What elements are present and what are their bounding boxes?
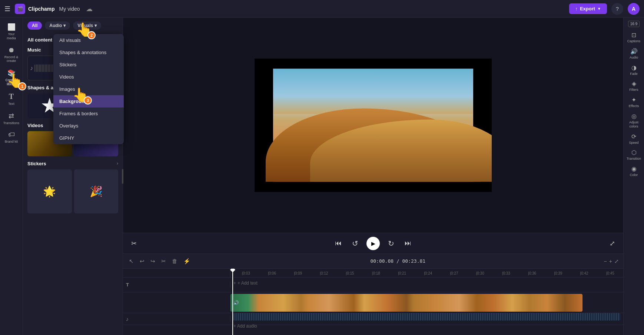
timeline-playhead[interactable] (232, 269, 233, 335)
speed-label: Speed (629, 141, 638, 145)
right-sidebar: 16:9 ⊡ Captions 🔊 Audio ◑ Fade ◈ Filters… (623, 18, 644, 335)
transition-icon: ⬡ (631, 149, 637, 156)
cursor-tool-button[interactable]: ↖ (127, 257, 135, 265)
zoom-fit-button[interactable]: ⤢ (614, 258, 619, 264)
dropdown-item-shapes[interactable]: Shapes & annotations (53, 46, 124, 59)
text-track-icon: T (126, 282, 129, 288)
speed-tool[interactable]: ⟳ Speed (626, 131, 642, 147)
ruler-mark-14: |0:42 (571, 271, 597, 275)
dropdown-item-frames[interactable]: Frames & borders (53, 107, 124, 120)
visuals-filter-button[interactable]: Visuals ▾ (73, 21, 101, 30)
transitions-icon: ⇄ (9, 112, 14, 120)
sticker-thumb-1[interactable]: 🌟 (27, 169, 72, 214)
help-icon: ? (616, 6, 619, 12)
effects-label: Effects (629, 104, 639, 108)
sticker-thumb-2[interactable]: 🎉 (74, 169, 119, 214)
color-label: Color (630, 173, 638, 177)
top-bar: ☰ 🎬 Clipchamp My video ☁ ↑ Export ▼ ? A (0, 0, 644, 18)
crop-tool-button[interactable]: ✂ (129, 238, 139, 249)
video-track-content (230, 292, 623, 313)
top-bar-right: ↑ Export ▼ ? A (569, 3, 640, 15)
stickers-grid: 🌟 🎉 (27, 169, 118, 214)
text-label: Text (8, 102, 14, 106)
dropdown-item-backgrounds[interactable]: Backgrounds (53, 95, 124, 107)
aspect-ratio-selector[interactable]: 16:9 (628, 21, 640, 27)
dropdown-item-images[interactable]: Images (53, 83, 124, 95)
dropdown-item-overlays[interactable]: Overlays (53, 120, 124, 132)
add-text-label: + Add text (238, 281, 258, 286)
zoom-in-button[interactable]: + (609, 258, 612, 264)
play-button[interactable]: ▶ (366, 237, 380, 250)
export-icon: ↑ (575, 6, 578, 11)
filters-tool[interactable]: ◈ Filters (626, 78, 642, 94)
sidebar-item-your-media[interactable]: ⬜ Your media (2, 21, 21, 43)
text-track-content[interactable]: + + Add text (230, 278, 623, 292)
effects-tool[interactable]: ✦ Effects (626, 94, 642, 110)
dropdown-item-all-visuals[interactable]: All visuals (53, 34, 124, 46)
add-text-icon: + (233, 281, 236, 286)
video-frame (255, 59, 492, 192)
forward-icon: ↻ (388, 239, 394, 248)
dropdown-item-giphy[interactable]: GIPHY (53, 132, 124, 144)
ruler-mark-2: |0:06 (259, 271, 285, 275)
visuals-filter-chevron: ▾ (94, 23, 97, 28)
ruler-content: | |0:03 |0:06 |0:09 |0:12 |0:15 |0:18 |0… (230, 269, 623, 277)
sidebar-item-content-library[interactable]: 📚 Content library (2, 67, 21, 89)
avatar-label: A (632, 6, 635, 12)
timeline-time: 00:00.08 / 00:23.81 (370, 258, 425, 264)
ruler-mark-7: |0:21 (389, 271, 415, 275)
sidebar-item-record-create[interactable]: ⏺ Record & create (2, 44, 21, 66)
sidebar-item-transitions[interactable]: ⇄ Transitions (2, 110, 21, 127)
go-to-end-button[interactable]: ⏭ (402, 238, 414, 249)
export-button[interactable]: ↑ Export ▼ (569, 3, 607, 14)
audio-track-icon: ♪ (126, 316, 129, 322)
go-to-start-button[interactable]: ⏮ (333, 238, 344, 249)
help-button[interactable]: ? (611, 3, 623, 15)
export-label: Export (580, 6, 595, 11)
adjust-colors-label: Adjust colors (627, 120, 641, 129)
audio-filter-button[interactable]: Audio ▾ (45, 21, 70, 30)
ruler-mark-8: |0:24 (415, 271, 441, 275)
video-title[interactable]: My video (59, 6, 80, 12)
captions-icon: ⊡ (631, 31, 636, 39)
audio-track-label: ♪ (123, 316, 230, 322)
time-separator: / (396, 258, 402, 264)
fullscreen-button[interactable]: ⤢ (607, 238, 617, 249)
split-button[interactable]: ⚡ (182, 257, 192, 265)
total-time: 00:23.81 (402, 258, 426, 264)
audio-tool[interactable]: 🔊 Audio (626, 46, 642, 62)
adjust-colors-tool[interactable]: ◎ Adjust colors (626, 110, 642, 131)
zoom-out-button[interactable]: − (604, 258, 607, 264)
videos-section-title: Videos (27, 123, 43, 128)
all-filter-button[interactable]: All (27, 21, 42, 30)
ruler-mark-1: |0:03 (233, 271, 259, 275)
undo-button[interactable]: ↩ (138, 257, 146, 265)
delete-button[interactable]: 🗑 (170, 257, 179, 265)
stickers-section-title: Stickers (27, 161, 46, 166)
music-section-title: Music (27, 47, 41, 53)
video-track-strip[interactable] (230, 294, 582, 312)
forward-button[interactable]: ↻ (386, 238, 396, 249)
dropdown-item-stickers[interactable]: Stickers (53, 59, 124, 71)
captions-tool[interactable]: ⊡ Captions (626, 29, 642, 46)
fade-tool[interactable]: ◑ Fade (626, 62, 642, 78)
add-audio-button[interactable]: + Add audio (230, 321, 623, 332)
sidebar-item-text[interactable]: T Text (2, 90, 21, 108)
stickers-chevron[interactable]: › (117, 161, 118, 166)
export-dropdown-icon: ▼ (597, 7, 601, 11)
audio-waveform[interactable] (233, 313, 620, 321)
hamburger-button[interactable]: ☰ (4, 5, 10, 13)
add-text-button[interactable]: + + Add text (230, 278, 623, 289)
redo-button[interactable]: ↪ (149, 257, 157, 265)
avatar-button[interactable]: A (628, 3, 640, 15)
color-tool[interactable]: ◉ Color (626, 163, 642, 179)
content-library-label: Content library (3, 78, 20, 86)
audio-tool-icon: 🔊 (630, 48, 638, 55)
rewind-button[interactable]: ↺ (350, 238, 361, 249)
transition-tool[interactable]: ⬡ Transition (626, 147, 642, 163)
dropdown-item-videos[interactable]: Videos (53, 71, 124, 83)
ruler-row: | |0:03 |0:06 |0:09 |0:12 |0:15 |0:18 |0… (123, 269, 623, 278)
sidebar-item-brand-kit[interactable]: 🏷 Brand kit (2, 129, 21, 146)
your-media-label: Your media (3, 32, 20, 40)
cut-button[interactable]: ✂ (160, 257, 167, 265)
